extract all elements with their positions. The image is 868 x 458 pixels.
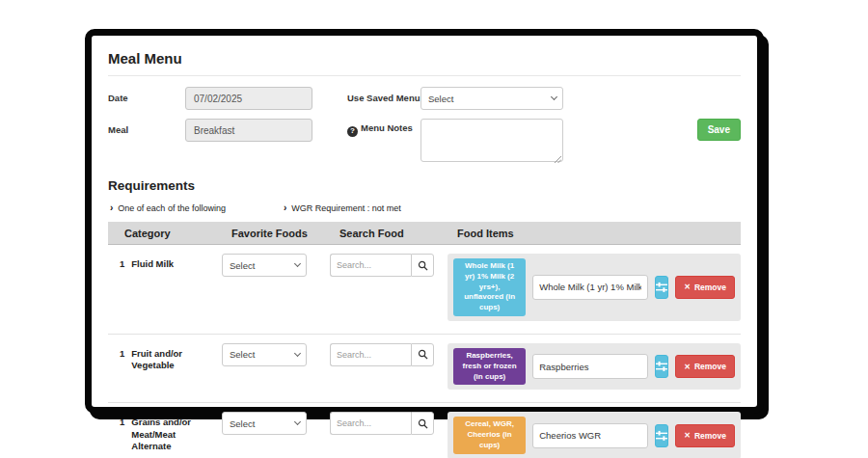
table-row: 1 Fruit and/or Vegetable Select <box>108 335 741 403</box>
search-food-input[interactable] <box>330 412 411 435</box>
remove-x-icon: ✕ <box>684 283 691 291</box>
chevron-right-icon: › <box>110 202 113 213</box>
column-header-favorite-foods: Favorite Foods <box>222 228 330 239</box>
menu-notes-field[interactable] <box>420 119 563 162</box>
category-name: Grains and/or Meat/Meat Alternate <box>131 417 216 452</box>
food-items-panel: Cereal, WGR, Cheerios (in cups) ✕ Remove <box>448 412 741 458</box>
remove-button[interactable]: ✕ Remove <box>675 355 735 378</box>
category-cell: 1 Fruit and/or Vegetable <box>108 343 222 372</box>
chevron-right-icon: › <box>284 202 286 213</box>
search-food-group <box>330 343 434 366</box>
search-food-input[interactable] <box>330 254 411 277</box>
remove-button[interactable]: ✕ Remove <box>675 276 735 299</box>
category-qty: 1 <box>120 258 124 270</box>
search-food-input[interactable] <box>330 343 411 366</box>
category-qty: 1 <box>120 417 124 452</box>
food-item-input[interactable] <box>532 354 648 379</box>
food-items-panel: Raspberries, fresh or frozen (in cups) ✕… <box>448 343 741 390</box>
date-field[interactable] <box>185 87 312 110</box>
food-requirements-table: Category Favorite Foods Search Food Food… <box>108 222 741 458</box>
page-title: Meal Menu <box>108 46 741 76</box>
remove-x-icon: ✕ <box>684 363 691 371</box>
portion-settings-button[interactable] <box>655 424 668 447</box>
search-icon <box>418 349 428 360</box>
favorite-foods-select[interactable]: Select <box>222 343 307 366</box>
food-item-input[interactable] <box>532 423 648 448</box>
search-button[interactable] <box>411 412 434 435</box>
food-item-input[interactable] <box>532 275 648 300</box>
requirement-rules: › One of each of the following › WGR Req… <box>108 202 741 213</box>
date-label: Date <box>108 87 185 105</box>
category-name: Fruit and/or Vegetable <box>131 348 216 372</box>
remove-button[interactable]: ✕ Remove <box>675 424 735 447</box>
use-saved-menu-select[interactable]: Select <box>420 87 563 110</box>
meal-menu-form: Date Use Saved Menu Select Meal ?Menu No… <box>108 87 741 166</box>
table-row: 1 Grains and/or Meat/Meat Alternate Sele… <box>108 403 741 458</box>
favorite-foods-select[interactable]: Select <box>222 254 307 277</box>
portion-settings-button[interactable] <box>655 355 668 378</box>
requirements-title: Requirements <box>108 178 741 193</box>
category-cell: 1 Grains and/or Meat/Meat Alternate <box>108 412 222 452</box>
food-item-badge: Cereal, WGR, Cheerios (in cups) <box>453 417 526 453</box>
use-saved-menu-label: Use Saved Menu <box>347 87 420 105</box>
table-row: 1 Fluid Milk Select <box>108 245 741 335</box>
requirement-rule: › WGR Requirement : not met <box>284 202 401 213</box>
portion-settings-button[interactable] <box>655 276 668 299</box>
question-circle-icon[interactable]: ? <box>347 126 358 137</box>
search-button[interactable] <box>411 254 434 277</box>
favorite-foods-select[interactable]: Select <box>222 412 307 435</box>
save-button-top[interactable]: Save <box>697 119 741 141</box>
sliders-icon <box>656 282 667 293</box>
menu-notes-label: ?Menu Notes <box>347 119 420 137</box>
food-item-badge: Raspberries, fresh or frozen (in cups) <box>453 348 526 385</box>
column-header-search-food: Search Food <box>330 228 448 239</box>
search-food-group <box>330 412 434 435</box>
food-items-panel: Whole Milk (1 yr) 1% Milk (2 yrs+), unfl… <box>448 254 741 321</box>
menu-notes-wrap <box>420 119 563 166</box>
category-cell: 1 Fluid Milk <box>108 254 222 270</box>
meal-label: Meal <box>108 119 185 137</box>
column-header-food-items: Food Items <box>448 228 741 239</box>
category-name: Fluid Milk <box>131 258 174 270</box>
meal-menu-card: Meal Menu Date Use Saved Menu Select Mea… <box>85 29 764 414</box>
search-icon <box>418 260 428 271</box>
table-header-row: Category Favorite Foods Search Food Food… <box>108 222 741 245</box>
column-header-category: Category <box>108 228 222 239</box>
page: Meal Menu Date Use Saved Menu Select Mea… <box>0 0 868 458</box>
sliders-icon <box>656 430 667 442</box>
food-item-badge: Whole Milk (1 yr) 1% Milk (2 yrs+), unfl… <box>453 258 526 316</box>
requirement-rule-text: One of each of the following <box>118 203 226 213</box>
search-food-group <box>330 254 434 277</box>
requirement-rule-text: WGR Requirement : not met <box>291 203 401 213</box>
meal-field[interactable] <box>185 119 312 142</box>
remove-x-icon: ✕ <box>684 431 691 440</box>
search-icon <box>418 418 428 429</box>
search-button[interactable] <box>411 343 434 366</box>
requirement-rule: › One of each of the following <box>110 202 226 213</box>
category-qty: 1 <box>120 348 124 372</box>
sliders-icon <box>656 361 667 372</box>
